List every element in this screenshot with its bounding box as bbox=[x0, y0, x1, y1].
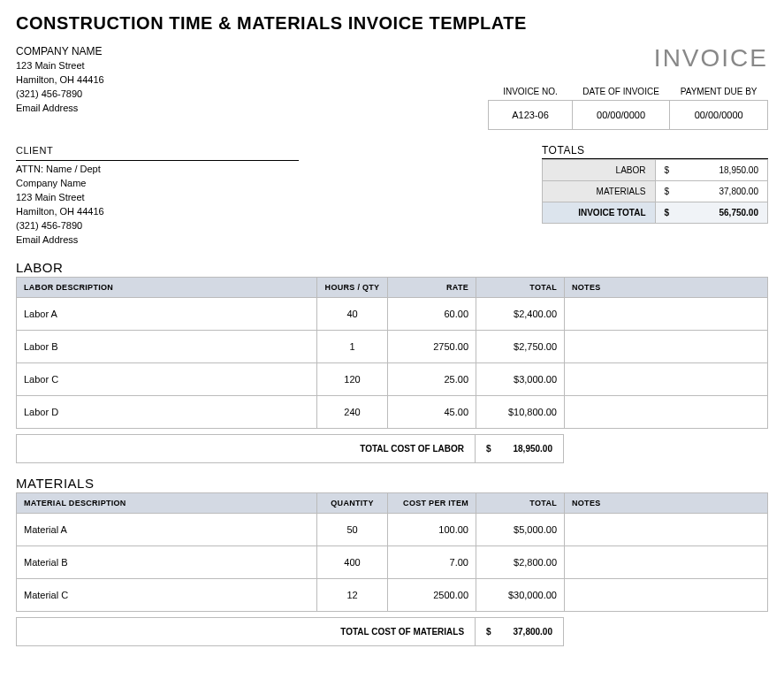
materials-header-rate: COST PER ITEM bbox=[388, 492, 476, 513]
table-row: Material A50100.00$5,000.00 bbox=[17, 513, 768, 545]
table-row: Material B4007.00$2,800.00 bbox=[17, 545, 768, 578]
labor-subtotal-label: TOTAL COST OF LABOR bbox=[17, 434, 476, 462]
cell-desc: Labor D bbox=[17, 395, 317, 428]
labor-header-notes: NOTES bbox=[565, 277, 768, 297]
cell-total: $30,000.00 bbox=[476, 578, 565, 611]
invoice-meta-table: INVOICE NO. DATE OF INVOICE PAYMENT DUE … bbox=[488, 83, 768, 130]
cell-notes bbox=[565, 513, 768, 545]
cell-rate: 2750.00 bbox=[388, 330, 476, 362]
totals-labor-value: $18,950.00 bbox=[655, 160, 768, 181]
meta-header-due: PAYMENT DUE BY bbox=[670, 83, 768, 101]
company-phone: (321) 456-7890 bbox=[16, 88, 104, 102]
totals-materials-value: $37,800.00 bbox=[655, 181, 768, 202]
meta-date: 00/00/0000 bbox=[572, 101, 670, 130]
labor-table: LABOR DESCRIPTION HOURS / QTY RATE TOTAL… bbox=[16, 277, 768, 429]
table-row: Labor A4060.00$2,400.00 bbox=[17, 297, 768, 330]
client-city: Hamilton, OH 44416 bbox=[16, 205, 299, 219]
client-street: 123 Main Street bbox=[16, 191, 299, 205]
cell-total: $5,000.00 bbox=[476, 513, 565, 545]
client-block: CLIENT ATTN: Name / Dept Company Name 12… bbox=[16, 144, 299, 248]
cell-rate: 2500.00 bbox=[388, 578, 476, 611]
meta-header-no: INVOICE NO. bbox=[489, 83, 573, 101]
materials-table: MATERIAL DESCRIPTION QUANTITY COST PER I… bbox=[16, 492, 768, 612]
cell-total: $3,000.00 bbox=[476, 362, 565, 395]
cell-notes bbox=[565, 330, 768, 362]
cell-desc: Material C bbox=[17, 578, 317, 611]
company-block: COMPANY NAME 123 Main Street Hamilton, O… bbox=[16, 44, 104, 116]
materials-subtotal-label: TOTAL COST OF MATERIALS bbox=[17, 617, 476, 645]
cell-desc: Labor B bbox=[17, 330, 317, 362]
cell-qty: 50 bbox=[317, 513, 388, 545]
client-attn: ATTN: Name / Dept bbox=[16, 163, 299, 177]
cell-qty: 240 bbox=[317, 395, 388, 428]
totals-header: TOTALS bbox=[542, 144, 768, 159]
cell-notes bbox=[565, 297, 768, 330]
cell-rate: 7.00 bbox=[388, 545, 476, 578]
totals-grand-value: $56,750.00 bbox=[655, 202, 768, 224]
meta-due: 00/00/0000 bbox=[670, 101, 768, 130]
cell-desc: Material B bbox=[17, 545, 317, 578]
company-email: Email Address bbox=[16, 102, 104, 116]
cell-notes bbox=[565, 395, 768, 428]
materials-subtotal-table: TOTAL COST OF MATERIALS $37,800.00 bbox=[16, 617, 564, 646]
doc-title: CONSTRUCTION TIME & MATERIALS INVOICE TE… bbox=[16, 13, 768, 34]
materials-header-qty: QUANTITY bbox=[317, 492, 388, 513]
totals-grand-label: INVOICE TOTAL bbox=[543, 202, 656, 224]
materials-header-desc: MATERIAL DESCRIPTION bbox=[17, 492, 317, 513]
meta-no: A123-06 bbox=[489, 101, 573, 130]
invoice-label: INVOICE bbox=[488, 44, 768, 72]
materials-header-total: TOTAL bbox=[476, 492, 565, 513]
meta-header-date: DATE OF INVOICE bbox=[572, 83, 670, 101]
materials-header-notes: NOTES bbox=[565, 492, 768, 513]
labor-header-rate: RATE bbox=[388, 277, 476, 297]
labor-section-title: LABOR bbox=[16, 260, 768, 275]
cell-notes bbox=[565, 545, 768, 578]
cell-rate: 45.00 bbox=[388, 395, 476, 428]
cell-total: $2,800.00 bbox=[476, 545, 565, 578]
cell-qty: 120 bbox=[317, 362, 388, 395]
materials-section-title: MATERIALS bbox=[16, 476, 768, 491]
table-row: Labor C12025.00$3,000.00 bbox=[17, 362, 768, 395]
cell-total: $2,750.00 bbox=[476, 330, 565, 362]
table-row: Labor B12750.00$2,750.00 bbox=[17, 330, 768, 362]
company-city: Hamilton, OH 44416 bbox=[16, 73, 104, 88]
client-header: CLIENT bbox=[16, 144, 299, 161]
labor-subtotal-value: $18,950.00 bbox=[476, 434, 564, 462]
cell-rate: 60.00 bbox=[388, 297, 476, 330]
cell-total: $10,800.00 bbox=[476, 395, 565, 428]
cell-total: $2,400.00 bbox=[476, 297, 565, 330]
client-phone: (321) 456-7890 bbox=[16, 219, 299, 233]
materials-subtotal-value: $37,800.00 bbox=[476, 617, 564, 645]
cell-desc: Labor C bbox=[17, 362, 317, 395]
totals-labor-label: LABOR bbox=[543, 160, 656, 181]
cell-rate: 100.00 bbox=[388, 513, 476, 545]
company-street: 123 Main Street bbox=[16, 59, 104, 73]
cell-rate: 25.00 bbox=[388, 362, 476, 395]
labor-subtotal-table: TOTAL COST OF LABOR $18,950.00 bbox=[16, 434, 564, 463]
cell-qty: 40 bbox=[317, 297, 388, 330]
totals-block: TOTALS LABOR $18,950.00 MATERIALS $37,80… bbox=[542, 144, 768, 224]
cell-qty: 12 bbox=[317, 578, 388, 611]
cell-notes bbox=[565, 362, 768, 395]
cell-desc: Material A bbox=[17, 513, 317, 545]
labor-header-total: TOTAL bbox=[476, 277, 565, 297]
cell-qty: 400 bbox=[317, 545, 388, 578]
cell-desc: Labor A bbox=[17, 297, 317, 330]
totals-materials-label: MATERIALS bbox=[543, 181, 656, 202]
labor-header-desc: LABOR DESCRIPTION bbox=[17, 277, 317, 297]
cell-qty: 1 bbox=[317, 330, 388, 362]
client-company: Company Name bbox=[16, 177, 299, 191]
client-email: Email Address bbox=[16, 233, 299, 248]
table-row: Material C122500.00$30,000.00 bbox=[17, 578, 768, 611]
cell-notes bbox=[565, 578, 768, 611]
company-name: COMPANY NAME bbox=[16, 44, 104, 59]
table-row: Labor D24045.00$10,800.00 bbox=[17, 395, 768, 428]
labor-header-qty: HOURS / QTY bbox=[317, 277, 388, 297]
